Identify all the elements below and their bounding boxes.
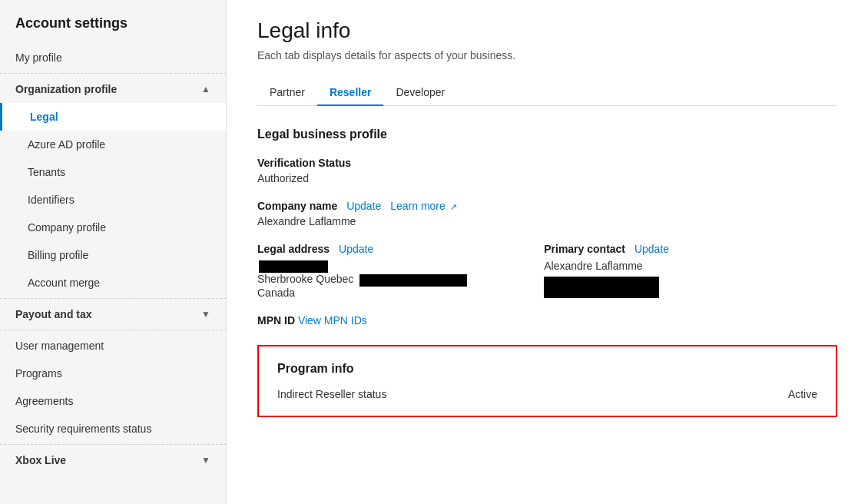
legal-address-update-link[interactable]: Update [339, 243, 373, 255]
company-name-value: Alexandre Laflamme [257, 215, 837, 227]
verification-status-label: Verification Status [257, 157, 351, 169]
company-name-group: Company name Update Learn more ↗ Alexand… [257, 200, 837, 227]
verification-status-value: Authorized [257, 172, 837, 184]
sidebar-item-legal[interactable]: Legal [0, 103, 226, 131]
sidebar: Account settings My profile Organization… [0, 0, 227, 504]
address-line3: Canada [257, 287, 467, 299]
sidebar-item-xbox-live[interactable]: Xbox Live ▼ [0, 446, 226, 474]
page-title: Legal info [257, 18, 837, 43]
legal-business-profile-section: Legal business profile Verification Stat… [257, 128, 837, 327]
sidebar-item-tenants[interactable]: Tenants [0, 158, 226, 186]
address-contact-row: Legal address Update Sherbrooke Quebec C… [257, 243, 837, 299]
mpn-id-label: MPN ID [257, 314, 295, 327]
sidebar-title: Account settings [0, 0, 226, 44]
sidebar-item-azure-ad-profile[interactable]: Azure AD profile [0, 131, 226, 158]
sidebar-item-account-merge[interactable]: Account merge [0, 269, 226, 297]
program-status-value: Active [788, 388, 817, 400]
redacted-block-address2 [359, 274, 467, 287]
tab-partner[interactable]: Partner [257, 80, 317, 106]
legal-address-label: Legal address [257, 243, 330, 255]
program-status-label: Indirect Reseller status [277, 388, 386, 400]
main-content: Legal info Each tab displays details for… [227, 0, 868, 504]
sidebar-divider-3 [0, 330, 226, 330]
tabs-container: Partner Reseller Developer [257, 80, 837, 106]
program-status-row: Indirect Reseller status Active [277, 388, 817, 400]
sidebar-item-programs[interactable]: Programs [0, 360, 226, 387]
learn-more-link[interactable]: Learn more ↗ [390, 200, 456, 212]
sidebar-item-identifiers[interactable]: Identifiers [0, 186, 226, 214]
chevron-down-icon-payout: ▼ [201, 309, 210, 320]
external-link-icon: ↗ [450, 202, 457, 211]
tab-reseller[interactable]: Reseller [317, 80, 383, 106]
sidebar-item-organization-profile[interactable]: Organization profile ▲ [0, 75, 226, 103]
sidebar-item-company-profile[interactable]: Company profile [0, 214, 226, 241]
mpn-id-group: MPN ID View MPN IDs [257, 314, 837, 327]
redacted-block-contact [544, 277, 659, 298]
tab-developer[interactable]: Developer [383, 80, 457, 106]
program-info-heading: Program info [277, 362, 817, 376]
address-line2: Sherbrooke Quebec [257, 273, 467, 286]
sidebar-item-payout-and-tax[interactable]: Payout and tax ▼ [0, 300, 226, 328]
primary-contact-update-link[interactable]: Update [634, 243, 669, 255]
legal-address-col: Legal address Update Sherbrooke Quebec C… [257, 243, 467, 299]
view-mpn-ids-link[interactable]: View MPN IDs [298, 314, 367, 327]
program-info-box: Program info Indirect Reseller status Ac… [257, 345, 837, 417]
company-name-update-link[interactable]: Update [346, 200, 381, 212]
primary-contact-value: Alexandre Laflamme [544, 260, 669, 272]
legal-business-profile-heading: Legal business profile [257, 128, 837, 141]
redacted-block-address1 [259, 260, 328, 273]
primary-contact-col: Primary contact Update Alexandre Laflamm… [544, 243, 669, 299]
page-subtitle: Each tab displays details for aspects of… [257, 49, 837, 61]
sidebar-item-billing-profile[interactable]: Billing profile [0, 241, 226, 269]
sidebar-item-my-profile[interactable]: My profile [0, 44, 226, 71]
sidebar-item-agreements[interactable]: Agreements [0, 387, 226, 415]
sidebar-item-security-requirements-status[interactable]: Security requirements status [0, 415, 226, 443]
sidebar-divider-1 [0, 73, 226, 74]
chevron-down-icon-xbox: ▼ [201, 455, 210, 466]
chevron-up-icon: ▲ [201, 84, 210, 94]
sidebar-item-user-management[interactable]: User management [0, 332, 226, 360]
address-redacted-line1 [257, 260, 467, 273]
sidebar-divider-2 [0, 298, 226, 299]
primary-contact-label: Primary contact [544, 243, 625, 255]
verification-status-group: Verification Status Authorized [257, 157, 837, 184]
sidebar-divider-4 [0, 444, 226, 445]
company-name-label: Company name [257, 200, 337, 212]
